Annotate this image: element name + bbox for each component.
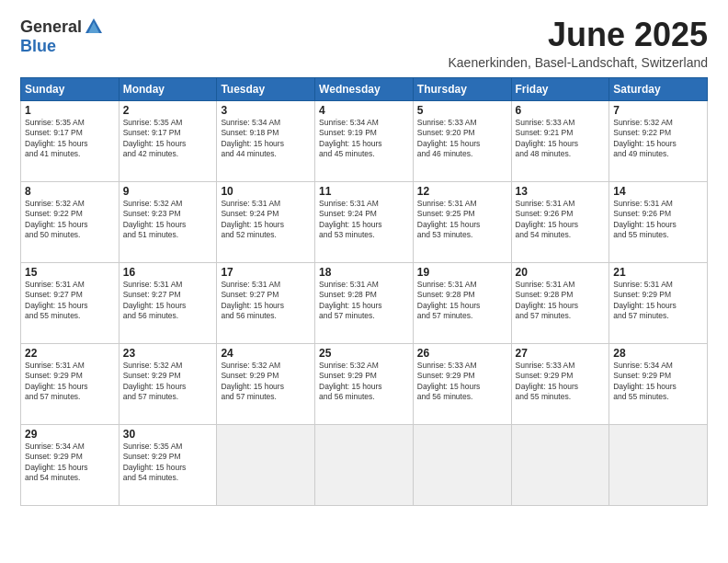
day-info: Sunrise: 5:35 AM Sunset: 9:29 PM Dayligh… <box>123 442 213 484</box>
day-number: 24 <box>221 347 311 360</box>
day-info: Sunrise: 5:31 AM Sunset: 9:29 PM Dayligh… <box>613 280 703 322</box>
day-info: Sunrise: 5:33 AM Sunset: 9:20 PM Dayligh… <box>417 118 507 160</box>
day-info: Sunrise: 5:32 AM Sunset: 9:29 PM Dayligh… <box>123 361 213 403</box>
day-info: Sunrise: 5:35 AM Sunset: 9:17 PM Dayligh… <box>123 118 213 160</box>
logo-general: General <box>20 17 82 37</box>
day-info: Sunrise: 5:32 AM Sunset: 9:22 PM Dayligh… <box>613 118 703 160</box>
day-number: 12 <box>417 185 507 198</box>
table-row: 30Sunrise: 5:35 AM Sunset: 9:29 PM Dayli… <box>119 424 217 505</box>
day-info: Sunrise: 5:34 AM Sunset: 9:29 PM Dayligh… <box>613 361 703 403</box>
table-row: 21Sunrise: 5:31 AM Sunset: 9:29 PM Dayli… <box>609 262 708 343</box>
day-number: 15 <box>25 266 115 279</box>
table-row: 8Sunrise: 5:32 AM Sunset: 9:22 PM Daylig… <box>21 181 119 262</box>
table-row <box>315 424 414 505</box>
day-number: 10 <box>221 185 311 198</box>
table-row: 24Sunrise: 5:32 AM Sunset: 9:29 PM Dayli… <box>217 343 315 424</box>
table-row: 27Sunrise: 5:33 AM Sunset: 9:29 PM Dayli… <box>511 343 609 424</box>
table-row: 11Sunrise: 5:31 AM Sunset: 9:24 PM Dayli… <box>315 181 414 262</box>
table-row: 7Sunrise: 5:32 AM Sunset: 9:22 PM Daylig… <box>609 100 708 181</box>
table-row: 2Sunrise: 5:35 AM Sunset: 9:17 PM Daylig… <box>119 100 217 181</box>
day-info: Sunrise: 5:33 AM Sunset: 9:29 PM Dayligh… <box>417 361 507 403</box>
table-row: 9Sunrise: 5:32 AM Sunset: 9:23 PM Daylig… <box>119 181 217 262</box>
day-number: 26 <box>417 347 507 360</box>
day-number: 5 <box>417 104 507 117</box>
month-title: June 2025 <box>448 17 708 53</box>
day-number: 6 <box>516 104 606 117</box>
day-info: Sunrise: 5:31 AM Sunset: 9:27 PM Dayligh… <box>221 280 311 322</box>
table-row: 22Sunrise: 5:31 AM Sunset: 9:29 PM Dayli… <box>21 343 119 424</box>
header-thursday: Thursday <box>413 77 511 100</box>
calendar-row: 8Sunrise: 5:32 AM Sunset: 9:22 PM Daylig… <box>21 181 708 262</box>
day-number: 20 <box>516 266 606 279</box>
day-number: 3 <box>221 104 311 117</box>
day-number: 11 <box>319 185 409 198</box>
day-number: 14 <box>613 185 703 198</box>
table-row: 3Sunrise: 5:34 AM Sunset: 9:18 PM Daylig… <box>217 100 315 181</box>
table-row: 29Sunrise: 5:34 AM Sunset: 9:29 PM Dayli… <box>21 424 119 505</box>
table-row: 15Sunrise: 5:31 AM Sunset: 9:27 PM Dayli… <box>21 262 119 343</box>
table-row: 23Sunrise: 5:32 AM Sunset: 9:29 PM Dayli… <box>119 343 217 424</box>
table-row: 13Sunrise: 5:31 AM Sunset: 9:26 PM Dayli… <box>511 181 609 262</box>
day-info: Sunrise: 5:32 AM Sunset: 9:29 PM Dayligh… <box>319 361 409 403</box>
day-number: 22 <box>25 347 115 360</box>
day-info: Sunrise: 5:32 AM Sunset: 9:29 PM Dayligh… <box>221 361 311 403</box>
header-friday: Friday <box>511 77 609 100</box>
day-number: 19 <box>417 266 507 279</box>
table-row: 18Sunrise: 5:31 AM Sunset: 9:28 PM Dayli… <box>315 262 414 343</box>
day-number: 16 <box>123 266 213 279</box>
header-saturday: Saturday <box>609 77 708 100</box>
table-row <box>609 424 708 505</box>
table-row: 28Sunrise: 5:34 AM Sunset: 9:29 PM Dayli… <box>609 343 708 424</box>
calendar-row: 1Sunrise: 5:35 AM Sunset: 9:17 PM Daylig… <box>21 100 708 181</box>
title-block: June 2025 Kaenerkinden, Basel-Landschaft… <box>448 17 708 70</box>
day-number: 29 <box>25 428 115 441</box>
table-row: 5Sunrise: 5:33 AM Sunset: 9:20 PM Daylig… <box>413 100 511 181</box>
table-row: 12Sunrise: 5:31 AM Sunset: 9:25 PM Dayli… <box>413 181 511 262</box>
day-info: Sunrise: 5:31 AM Sunset: 9:27 PM Dayligh… <box>25 280 115 322</box>
day-number: 17 <box>221 266 311 279</box>
table-row: 19Sunrise: 5:31 AM Sunset: 9:28 PM Dayli… <box>413 262 511 343</box>
day-info: Sunrise: 5:31 AM Sunset: 9:24 PM Dayligh… <box>319 199 409 241</box>
table-row <box>413 424 511 505</box>
table-row: 6Sunrise: 5:33 AM Sunset: 9:21 PM Daylig… <box>511 100 609 181</box>
day-info: Sunrise: 5:34 AM Sunset: 9:29 PM Dayligh… <box>25 442 115 484</box>
day-number: 2 <box>123 104 213 117</box>
day-info: Sunrise: 5:31 AM Sunset: 9:26 PM Dayligh… <box>613 199 703 241</box>
table-row: 1Sunrise: 5:35 AM Sunset: 9:17 PM Daylig… <box>21 100 119 181</box>
day-info: Sunrise: 5:31 AM Sunset: 9:28 PM Dayligh… <box>417 280 507 322</box>
day-number: 27 <box>516 347 606 360</box>
header-sunday: Sunday <box>21 77 119 100</box>
day-number: 30 <box>123 428 213 441</box>
header-wednesday: Wednesday <box>315 77 414 100</box>
day-info: Sunrise: 5:31 AM Sunset: 9:24 PM Dayligh… <box>221 199 311 241</box>
day-number: 4 <box>319 104 409 117</box>
table-row: 10Sunrise: 5:31 AM Sunset: 9:24 PM Dayli… <box>217 181 315 262</box>
day-info: Sunrise: 5:34 AM Sunset: 9:18 PM Dayligh… <box>221 118 311 160</box>
table-row: 25Sunrise: 5:32 AM Sunset: 9:29 PM Dayli… <box>315 343 414 424</box>
day-info: Sunrise: 5:31 AM Sunset: 9:26 PM Dayligh… <box>516 199 606 241</box>
calendar-row: 22Sunrise: 5:31 AM Sunset: 9:29 PM Dayli… <box>21 343 708 424</box>
calendar-row: 29Sunrise: 5:34 AM Sunset: 9:29 PM Dayli… <box>21 424 708 505</box>
table-row <box>511 424 609 505</box>
calendar-row: 15Sunrise: 5:31 AM Sunset: 9:27 PM Dayli… <box>21 262 708 343</box>
day-info: Sunrise: 5:31 AM Sunset: 9:28 PM Dayligh… <box>516 280 606 322</box>
day-number: 1 <box>25 104 115 117</box>
day-number: 13 <box>516 185 606 198</box>
table-row: 14Sunrise: 5:31 AM Sunset: 9:26 PM Dayli… <box>609 181 708 262</box>
calendar-table: Sunday Monday Tuesday Wednesday Thursday… <box>20 77 708 506</box>
logo-blue: Blue <box>20 37 56 56</box>
page: General Blue June 2025 Kaenerkinden, Bas… <box>0 0 728 563</box>
day-info: Sunrise: 5:31 AM Sunset: 9:25 PM Dayligh… <box>417 199 507 241</box>
header: General Blue June 2025 Kaenerkinden, Bas… <box>20 17 708 70</box>
table-row: 20Sunrise: 5:31 AM Sunset: 9:28 PM Dayli… <box>511 262 609 343</box>
day-info: Sunrise: 5:31 AM Sunset: 9:27 PM Dayligh… <box>123 280 213 322</box>
day-number: 7 <box>613 104 703 117</box>
header-monday: Monday <box>119 77 217 100</box>
table-row: 16Sunrise: 5:31 AM Sunset: 9:27 PM Dayli… <box>119 262 217 343</box>
day-number: 28 <box>613 347 703 360</box>
day-number: 18 <box>319 266 409 279</box>
day-number: 8 <box>25 185 115 198</box>
calendar-header-row: Sunday Monday Tuesday Wednesday Thursday… <box>21 77 708 100</box>
day-number: 9 <box>123 185 213 198</box>
day-info: Sunrise: 5:33 AM Sunset: 9:21 PM Dayligh… <box>516 118 606 160</box>
